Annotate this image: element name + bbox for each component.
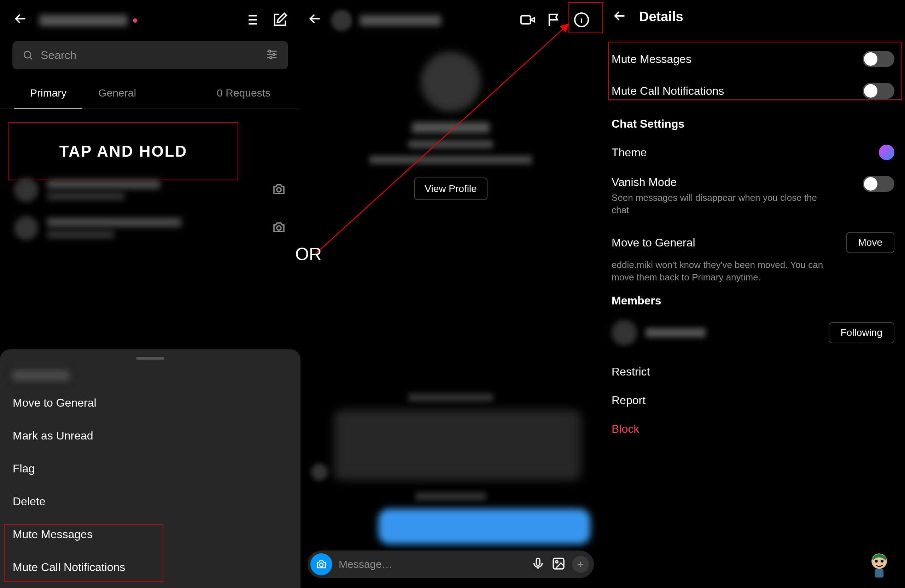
svg-point-4 [277,188,281,192]
vanish-mode-row: Vanish Mode Seen messages will disappear… [611,168,894,224]
camera-icon[interactable] [272,182,286,198]
move-general-row: Move to General Move [611,224,894,261]
chat-avatar[interactable] [331,10,352,31]
move-button[interactable]: Move [846,232,894,253]
svg-point-14 [881,560,883,563]
sheet-handle-icon[interactable] [136,357,164,359]
theme-row[interactable]: Theme [611,137,894,168]
context-menu-sheet: Move to General Mark as Unread Flag Dele… [0,349,300,588]
profile-avatar [421,52,481,112]
block-action[interactable]: Block [611,415,894,443]
camera-button[interactable] [310,553,332,575]
annotation-tap-hold-box: TAP AND HOLD [8,122,238,180]
svg-point-11 [556,561,558,563]
annotation-info-box [568,2,603,33]
outgoing-message [378,509,591,544]
menu-mark-unread[interactable]: Mark as Unread [0,420,300,452]
move-general-sub: eddie.miki won't know they've been moved… [611,259,831,284]
chat-profile-header: View Profile [300,38,601,200]
notification-dot-icon [133,18,137,22]
annotation-mute-settings-box [608,42,902,100]
chat-username[interactable] [360,15,441,26]
tab-primary[interactable]: Primary [14,78,83,108]
mascot-icon [867,550,892,580]
plus-button[interactable]: + [572,556,589,573]
annotation-tap-hold-label: TAP AND HOLD [59,143,188,160]
mic-icon[interactable] [531,556,545,572]
member-avatar [611,320,637,345]
search-input[interactable]: Search [13,41,288,69]
chat-settings-heading: Chat Settings [611,118,894,130]
filter-icon[interactable] [265,48,278,62]
member-row[interactable]: Following [611,314,894,358]
theme-swatch-icon [879,145,894,160]
chat-timestamp [408,394,493,401]
annotation-mute-box [4,524,164,582]
theme-label: Theme [611,146,647,159]
back-arrow-icon[interactable] [307,11,323,30]
move-general-label: Move to General [611,236,695,249]
mute-messages-toggle[interactable] [862,51,894,67]
mute-calls-toggle[interactable] [862,83,894,99]
vanish-mode-label: Vanish Mode [611,176,831,189]
vanish-mode-sub: Seen messages will disappear when you cl… [611,192,831,216]
chat-timestamp [415,493,486,500]
message-input[interactable]: Message… [339,558,525,571]
details-panel: Details Mute Messages Mute Call Notifica… [601,0,905,588]
view-profile-button[interactable]: View Profile [414,178,487,200]
account-switcher[interactable] [39,15,233,26]
restrict-action[interactable]: Restrict [611,358,894,386]
list-icon[interactable] [243,12,259,29]
compose-icon[interactable] [272,12,288,29]
chat-panel: View Profile Message… + [300,0,601,588]
dm-list-panel: Search Primary General 0 Requests TAP AN… [0,0,300,588]
svg-point-8 [319,563,323,566]
svg-point-3 [270,57,272,59]
members-heading: Members [611,294,894,307]
conversation-row[interactable] [0,209,300,247]
gallery-icon[interactable] [551,556,566,572]
svg-rect-15 [875,569,884,578]
tab-general[interactable]: General [83,78,152,108]
vanish-mode-toggle[interactable] [862,176,894,192]
annotation-or-label: OR [295,244,322,264]
incoming-message [311,410,591,480]
svg-point-5 [277,226,281,230]
back-arrow-icon[interactable] [611,8,628,25]
svg-point-1 [269,50,271,52]
tab-requests[interactable]: 0 Requests [152,78,286,108]
video-call-icon[interactable] [520,12,536,29]
message-composer: Message… + [308,550,594,578]
flag-icon[interactable] [546,12,563,29]
svg-point-2 [273,53,275,56]
camera-icon[interactable] [272,220,286,236]
menu-move-general[interactable]: Move to General [0,386,300,420]
menu-delete[interactable]: Delete [0,485,300,518]
svg-rect-9 [536,558,540,566]
svg-point-13 [875,560,878,563]
menu-flag[interactable]: Flag [0,452,300,485]
back-arrow-icon[interactable] [13,11,29,30]
member-name [646,328,706,337]
following-button[interactable]: Following [829,322,894,343]
report-action[interactable]: Report [611,386,894,415]
details-title: Details [639,9,683,24]
search-placeholder: Search [41,49,259,62]
svg-point-0 [24,51,31,58]
